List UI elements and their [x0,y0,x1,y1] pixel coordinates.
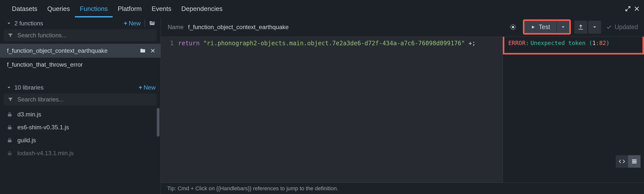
upload-icon [578,24,584,30]
top-tab-bar: Datasets Queries Functions Platform Even… [0,0,644,17]
search-functions-input[interactable] [17,32,153,39]
folder-open-icon[interactable] [149,20,156,27]
library-name: lodash-v4.13.1.min.js [17,150,74,157]
error-highlight-box: ERROR: Unexpected token (1:82) [503,37,644,54]
close-icon[interactable] [634,6,640,12]
separator [145,20,145,27]
lock-icon [7,112,12,117]
library-item[interactable]: d3.min.js [0,108,160,121]
library-list: d3.min.js es6-shim-v0.35.1.js guild.js [0,108,160,161]
test-label: Test [539,23,550,31]
function-list: f_function_object_context_earthquake f_f… [0,44,160,72]
table-icon [631,158,637,164]
search-functions[interactable] [4,29,156,41]
new-library-button[interactable]: + New [139,84,156,91]
library-item[interactable]: lodash-v4.13.1.min.js [0,147,160,160]
plus-icon: + [139,84,142,91]
function-item[interactable]: f_function_object_context_earthquake [0,44,160,58]
library-item[interactable]: es6-shim-v0.35.1.js [0,121,160,134]
test-dropdown-button[interactable] [556,21,569,33]
filter-icon [8,32,14,38]
search-libraries-input[interactable] [17,96,153,103]
code-tail: +; [465,40,476,47]
tab-queries[interactable]: Queries [42,0,75,17]
library-name: es6-shim-v0.35.1.js [17,124,69,131]
view-toggle-group [616,155,640,168]
folder-icon[interactable] [140,48,146,54]
play-icon [531,25,535,29]
test-button-group: Test [523,19,571,35]
search-libraries[interactable] [4,93,156,106]
new-label: New [144,84,156,91]
library-item[interactable]: guild.js [0,134,160,147]
new-function-button[interactable]: + New [124,20,141,27]
upload-dropdown-button[interactable] [588,21,601,34]
functions-section-header: 2 functions + New [0,17,160,29]
tip-text: Tip: Cmd + Click on {{Handlebars}} refer… [167,185,338,192]
debug-icon[interactable] [506,21,520,34]
lock-icon [7,150,12,156]
caret-down-icon[interactable] [7,21,11,25]
upload-button[interactable] [574,21,587,34]
table-view-toggle[interactable] [628,155,640,168]
library-name: d3.min.js [17,111,41,118]
filter-icon [8,96,14,103]
function-name: f_function_object_context_earthquake [7,47,108,54]
code-icon [619,158,625,165]
window-controls [625,6,640,12]
gutter: 1 [161,40,178,182]
tab-dependencies[interactable]: Dependencies [176,0,228,17]
function-name: f_function_that_throws_error [7,61,83,68]
scrollbar-thumb[interactable] [157,108,160,137]
libraries-section-header: 10 libraries + New [0,81,160,93]
caret-down-icon[interactable] [7,85,11,89]
check-icon [606,24,612,30]
tab-platform[interactable]: Platform [113,0,146,17]
error-label: ERROR: [508,40,529,46]
name-value: f_function_object_context_earthquake [188,24,289,31]
code-view-toggle[interactable] [616,155,628,168]
string-literal: "ri.phonograph2-objects.main.object.7e2a… [203,40,465,47]
line-number: 1 [161,40,174,47]
svg-point-0 [512,26,514,28]
tab-functions[interactable]: Functions [75,0,113,17]
error-message: Unexpected token (1:82) [531,40,610,46]
code-line: return "ri.phonograph2-objects.main.obje… [178,40,476,182]
sidebar: 2 functions + New [0,17,161,194]
functions-count-label: 2 functions [14,20,43,27]
test-button[interactable]: Test [524,21,557,33]
caret-down-icon [561,25,565,29]
editor-toolbar: Name f_function_object_context_earthquak… [161,17,644,37]
tab-events[interactable]: Events [146,0,176,17]
expand-icon[interactable] [625,6,631,12]
caret-down-icon [593,25,596,29]
library-name: guild.js [17,137,36,144]
code-editor[interactable]: 1 return "ri.phonograph2-objects.main.ob… [161,37,502,182]
new-label: New [129,20,141,27]
editor-column: Name f_function_object_context_earthquak… [161,17,644,194]
tip-bar: Tip: Cmd + Click on {{Handlebars}} refer… [161,182,644,194]
tabs: Datasets Queries Functions Platform Even… [7,0,228,17]
name-label: Name [168,24,184,31]
tab-datasets[interactable]: Datasets [7,0,42,17]
function-item[interactable]: f_function_that_throws_error [0,58,160,72]
keyword: return [178,40,200,47]
updated-status: Updated [604,23,640,31]
close-icon[interactable] [150,48,156,53]
lock-icon [7,138,12,143]
error-pane: ERROR: Unexpected token (1:82) [502,37,644,182]
lock-icon [7,125,12,130]
libraries-count-label: 10 libraries [14,84,44,91]
plus-icon: + [124,20,127,27]
updated-label: Updated [614,23,638,31]
